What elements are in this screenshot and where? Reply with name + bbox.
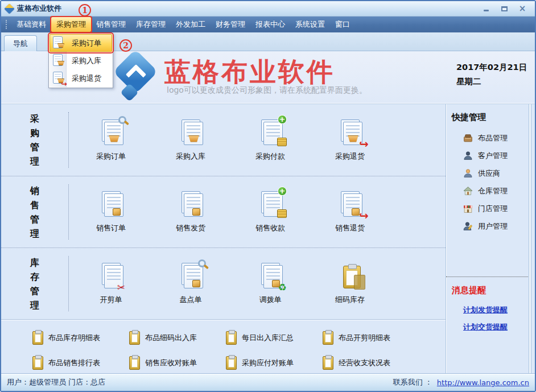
report-clipboard-icon (226, 356, 237, 370)
report-link-布品销售排行表[interactable]: 布品销售排行表 (32, 356, 129, 370)
annotation-step-2: 2 (119, 39, 132, 52)
采购入库-icon (175, 119, 206, 146)
report-link-布品开剪明细表[interactable]: 布品开剪明细表 (323, 331, 419, 345)
report-link-销售应收对账单[interactable]: 销售应收对账单 (129, 356, 226, 370)
section-label-text: 库存管理 (30, 255, 39, 312)
purchase-menu-dropdown: 采购订单采购入库↩采购退货 (48, 33, 113, 88)
shortcut-销售退货[interactable]: ↩销售退货 (310, 191, 390, 233)
sidebar-item-用户管理[interactable]: 用户管理 (463, 217, 531, 235)
annotation-step-1: 1 (79, 4, 91, 16)
menu-item-6[interactable]: 报表中心 (250, 17, 290, 32)
tab-navigation[interactable]: 导航 (4, 35, 37, 51)
section-label-text: 销售管理 (30, 184, 39, 241)
shortcut-采购入库[interactable]: 采购入库 (151, 119, 230, 162)
shortcut-label: 采购退货 (335, 151, 365, 162)
shortcut-销售发货[interactable]: 销售发货 (151, 191, 230, 233)
message-links: 计划发货提醒计划交货提醒 (463, 305, 529, 332)
shortcut-label: 销售退货 (335, 223, 365, 233)
menu-item-4[interactable]: 外发加工 (171, 17, 211, 32)
shortcut-调拨单[interactable]: ♻调拨单 (230, 262, 310, 305)
shortcut-盘点单[interactable]: 盘点单 (151, 262, 230, 305)
menu-item-1[interactable]: 采购管理 (51, 17, 91, 32)
scissors-icon: ✂ (117, 282, 125, 293)
采购付款-icon: + (255, 119, 286, 146)
shortcut-label: 销售发货 (176, 223, 205, 233)
menu-item-3[interactable]: 库存管理 (131, 17, 171, 32)
application-window: 蓝格布业软件 × 基础资料采购管理销售管理库存管理外发加工财务管理报表中心系统设… (0, 0, 536, 392)
date-text: 2017年02月21日 (456, 60, 527, 75)
shortcut-开剪单[interactable]: ✂开剪单 (71, 262, 151, 305)
report-row-1: 布品销售排行表销售应收对账单采购应付对账单经营收支状况表 (32, 350, 446, 376)
close-button[interactable]: × (518, 5, 527, 13)
sidebar-item-label: 门店管理 (478, 204, 508, 214)
sidebar-item-客户管理[interactable]: 客户管理 (463, 147, 531, 164)
report-link-布品库存明细表[interactable]: 布品库存明细表 (32, 331, 129, 345)
sidebar-item-label: 用户管理 (478, 221, 508, 232)
report-link-经营收支状况表[interactable]: 经营收支状况表 (323, 356, 419, 370)
sidebar-item-label: 布品管理 (478, 133, 508, 143)
menu-item-2[interactable]: 销售管理 (91, 17, 131, 32)
shortcut-销售收款[interactable]: +销售收款 (230, 191, 310, 233)
dropdown-item-2[interactable]: ↩采购退货 (50, 69, 112, 87)
company-logo-icon (114, 55, 158, 100)
report-label: 采购应付对账单 (242, 358, 294, 368)
shortcut-label: 调拨单 (259, 295, 282, 305)
shortcut-采购退货[interactable]: ↩采购退货 (310, 119, 390, 162)
dropdown-item-label: 采购订单 (72, 38, 101, 48)
shortcut-采购订单[interactable]: 采购订单 (71, 119, 151, 162)
section-label-2: 库存管理 (1, 256, 69, 311)
shortcut-细码库存[interactable]: 细码库存 (310, 262, 390, 305)
report-link-布品细码出入库[interactable]: 布品细码出入库 (129, 331, 226, 345)
report-link-每日出入库汇总[interactable]: 每日出入库汇总 (226, 331, 323, 345)
sidebar-item-布品管理[interactable]: 布品管理 (463, 129, 531, 147)
close-icon: × (519, 5, 526, 13)
report-clipboard-icon (129, 331, 140, 345)
report-row-0: 布品库存明细表布品细码出入库每日出入库汇总布品开剪明细表 (32, 325, 446, 350)
销售退货-icon: ↩ (335, 191, 365, 218)
section-label-1: 销售管理 (1, 184, 69, 240)
message-link-计划发货提醒[interactable]: 计划发货提醒 (463, 305, 529, 315)
plus-icon: + (278, 187, 287, 196)
minimize-button[interactable] (481, 5, 490, 13)
menu-item-7[interactable]: 系统设置 (290, 17, 330, 32)
message-link-计划交货提醒[interactable]: 计划交货提醒 (463, 322, 529, 332)
box-icon (192, 280, 200, 287)
report-clipboard-icon (226, 331, 237, 345)
minimize-icon (484, 10, 489, 11)
销售发货-icon (175, 191, 206, 218)
magnifier-icon (198, 259, 206, 267)
dropdown-item-0[interactable]: 采购订单 (50, 34, 112, 52)
report-clipboard-icon (32, 331, 43, 345)
purchase-order-doc-icon (52, 36, 65, 50)
section-icon-grid: ✂开剪单盘点单♻调拨单细码库存 (69, 248, 390, 319)
sections: 采购管理采购订单采购入库+采购付款↩采购退货销售管理销售订单销售发货+销售收款↩… (1, 104, 446, 319)
section-icon-grid: 采购订单采购入库+采购付款↩采购退货 (69, 104, 390, 176)
shortcut-label: 盘点单 (180, 295, 202, 305)
menu-item-0[interactable]: 基础资料 (11, 17, 51, 32)
采购订单-icon (96, 119, 126, 146)
user-icon (463, 221, 473, 231)
shortcut-label: 采购订单 (96, 151, 126, 162)
section-label-0: 采购管理 (1, 112, 69, 168)
box-icon (192, 208, 200, 216)
section-icon-grid: 销售订单销售发货+销售收款↩销售退货 (69, 176, 390, 247)
menu-item-5[interactable]: 财务管理 (211, 17, 250, 32)
shortcut-采购付款[interactable]: +采购付款 (230, 119, 310, 162)
dropdown-item-label: 采购退货 (72, 73, 101, 84)
sidebar-item-仓库管理[interactable]: 仓库管理 (463, 182, 531, 200)
quick-manage-title: 快捷管理 (452, 112, 486, 123)
return-icon: ↩ (359, 209, 369, 222)
采购退货-icon: ↩ (335, 119, 365, 146)
message-panel: 消息提醒 计划发货提醒计划交货提醒 (446, 277, 529, 332)
shortcut-销售订单[interactable]: 销售订单 (71, 191, 151, 233)
maximize-button[interactable] (500, 5, 509, 13)
sidebar-item-门店管理[interactable]: 门店管理 (463, 200, 531, 217)
report-link-采购应付对账单[interactable]: 采购应付对账单 (226, 356, 323, 370)
sidebar-item-供应商[interactable]: 供应商 (463, 164, 531, 182)
dropdown-item-1[interactable]: 采购入库 (50, 52, 112, 69)
main-area: 采购管理采购订单采购入库+采购付款↩采购退货销售管理销售订单销售发货+销售收款↩… (1, 104, 535, 373)
report-clipboard-icon (32, 356, 43, 370)
window-controls: × (481, 5, 530, 13)
website-link[interactable]: http://www.lange.com.cn (437, 378, 529, 387)
menu-item-8[interactable]: 窗口 (330, 17, 355, 32)
